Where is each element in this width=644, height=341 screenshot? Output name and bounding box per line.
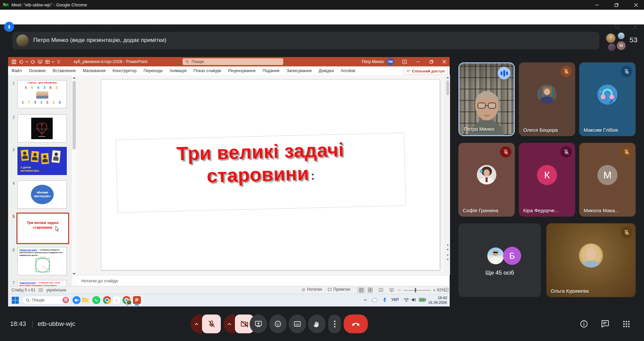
ppt-minimize-button[interactable]: [412, 57, 424, 66]
thumbnail-scrollbar[interactable]: [71, 75, 77, 286]
captions-button[interactable]: CC: [289, 315, 306, 333]
undo-dropdown-icon[interactable]: [25, 57, 29, 66]
scroll-up-arrow[interactable]: [446, 76, 449, 78]
view-dropdown-icon[interactable]: [51, 57, 55, 66]
tab-draw[interactable]: Малювання: [83, 68, 105, 73]
meeting-details-button[interactable]: [580, 320, 588, 328]
tray-wifi-icon[interactable]: [403, 297, 409, 302]
notes-pane[interactable]: Нотатки до слайда: [77, 275, 450, 286]
chat-button[interactable]: [600, 319, 609, 328]
start-button[interactable]: [11, 296, 19, 304]
comments-toggle[interactable]: Примітки: [328, 287, 350, 292]
slideshow-view-button[interactable]: [389, 288, 394, 292]
taskbar-chrome-icon[interactable]: [103, 296, 111, 304]
tab-help[interactable]: Довідка: [318, 68, 334, 73]
tab-insert[interactable]: Вставлення: [53, 68, 76, 73]
onedrive-icon[interactable]: [371, 297, 378, 303]
tile-kira-fedorche[interactable]: К Кіра Федорче...: [519, 143, 575, 217]
taskbar-search-box[interactable]: Пошук: [22, 296, 71, 304]
ppt-restore-button[interactable]: [426, 57, 437, 66]
restore-button[interactable]: [609, 0, 624, 10]
tab-home[interactable]: Основне: [29, 68, 46, 73]
spellcheck-icon[interactable]: [38, 288, 43, 292]
more-options-button[interactable]: [328, 315, 341, 333]
raise-hand-button[interactable]: [308, 315, 326, 333]
reactions-button[interactable]: [269, 315, 287, 333]
tray-volume-icon[interactable]: [411, 297, 417, 302]
tray-language[interactable]: УКР: [391, 297, 399, 302]
scrollbar-thumb[interactable]: [72, 81, 76, 150]
tray-clock[interactable]: 18:43 01.04.2026: [426, 295, 447, 305]
scroll-up-arrow[interactable]: [72, 77, 76, 79]
tab-design[interactable]: Конструктор: [113, 68, 137, 73]
taskbar-music-icon[interactable]: ♪: [112, 296, 121, 304]
customize-qat-icon[interactable]: [55, 57, 62, 66]
download-icon[interactable]: [632, 23, 639, 30]
apps-grid-button[interactable]: [622, 320, 631, 328]
participants-cluster[interactable]: M 53: [602, 31, 643, 50]
undo-icon[interactable]: [17, 57, 25, 66]
taskbar-explorer-icon[interactable]: [81, 296, 90, 304]
fit-to-window-icon[interactable]: [444, 288, 449, 292]
account-avatar[interactable]: ПМ: [387, 58, 394, 65]
slide-thumbnail-2[interactable]: [17, 114, 67, 143]
zoom-level[interactable]: 92%: [437, 288, 445, 292]
tab-animations[interactable]: Анімація: [170, 68, 187, 73]
taskbar-powerpoint-active[interactable]: P: [132, 295, 142, 305]
camera-options-chevron[interactable]: [224, 315, 235, 333]
tab-transitions[interactable]: Переходи: [144, 68, 163, 73]
tab-view[interactable]: Подання: [262, 68, 279, 73]
slide[interactable]: Три великі задачі старовини:: [101, 79, 440, 270]
slide-thumbnail-4[interactable]: «Велике мистецтво»: [17, 180, 67, 209]
scroll-down-arrow[interactable]: [72, 273, 76, 275]
ppt-search-box[interactable]: Пошук: [183, 58, 283, 65]
slide-thumbnail-6[interactable]: Квадратура круга — побудова квадрата, рі…: [17, 247, 67, 275]
tab-slideshow[interactable]: Показ слайдів: [194, 68, 221, 73]
next-slide-button[interactable]: ▼▼: [445, 253, 450, 262]
taskbar-whatsapp-icon[interactable]: [92, 296, 101, 304]
tile-maksym-hlibov[interactable]: Максим Глібов: [579, 62, 636, 136]
ppt-close-button[interactable]: [439, 57, 450, 66]
start-slideshow-icon[interactable]: [36, 57, 44, 66]
taskbar-chrome-profile-icon[interactable]: [122, 296, 131, 304]
mic-permission-icon[interactable]: [4, 22, 14, 32]
taskbar-zoom-icon[interactable]: [72, 296, 81, 304]
zoom-slider-track[interactable]: [403, 290, 431, 291]
close-button[interactable]: [629, 0, 643, 10]
save-icon[interactable]: [10, 57, 17, 66]
tab-acrobat[interactable]: Acrobat: [341, 68, 355, 73]
zoom-out-button[interactable]: −: [398, 287, 401, 293]
language-indicator[interactable]: українська: [46, 288, 66, 292]
canvas-scrollbar[interactable]: ▲▲ ▼▼: [445, 75, 450, 275]
zoom-in-button[interactable]: +: [433, 287, 436, 293]
mic-toggle-button-muted[interactable]: [202, 315, 221, 333]
notes-toggle[interactable]: Нотатки: [301, 287, 322, 292]
previous-slide-button[interactable]: ▲▲: [445, 243, 450, 251]
slide-thumbnail-5-selected[interactable]: Три великі задачі старовини: [16, 213, 69, 244]
minimize-button[interactable]: [590, 0, 604, 10]
url-text[interactable]: meet.google.com/etb-ubbw-wjc?authuser=ol…: [18, 23, 174, 29]
normal-view-button[interactable]: [357, 287, 365, 293]
ribbon-display-icon[interactable]: [401, 59, 408, 64]
zoom-page-icon[interactable]: [614, 23, 621, 30]
tab-record[interactable]: Записування: [287, 68, 312, 73]
zoom-slider-thumb[interactable]: [415, 288, 416, 292]
tile-mykola-maka[interactable]: М Микола Мака...: [579, 143, 636, 217]
scrollbar-thumb[interactable]: [446, 80, 449, 95]
slide-thumbnail-3[interactable]: З ДНЕМ МАТЕМАТИКА: [17, 147, 67, 175]
slide-thumbnail-7[interactable]: Подвоєння куба — побудова куба, об'єм як…: [17, 280, 67, 286]
redo-icon[interactable]: [29, 57, 36, 66]
slide-sorter-view-button[interactable]: [368, 288, 373, 292]
tray-mic-icon[interactable]: [382, 297, 388, 303]
tab-file[interactable]: Файл: [11, 68, 22, 73]
tray-battery-icon[interactable]: [419, 298, 426, 302]
tile-olha-kuryzheva[interactable]: Ольга Курижева: [546, 223, 636, 297]
tile-sofia-hrankina[interactable]: Софія Гранкіна: [458, 143, 515, 217]
tray-expand-icon[interactable]: [363, 298, 367, 302]
present-screen-button[interactable]: [250, 315, 267, 333]
slide-thumbnail-1[interactable]: 1 квітня – день математика 5 6 4 3 8 2 1…: [17, 80, 67, 108]
share-button[interactable]: Спільний доступ: [403, 67, 448, 75]
tile-more-participants[interactable]: Б Ще 45 осіб: [458, 223, 541, 297]
mic-options-chevron[interactable]: [191, 315, 202, 333]
leave-call-button[interactable]: [344, 315, 368, 333]
